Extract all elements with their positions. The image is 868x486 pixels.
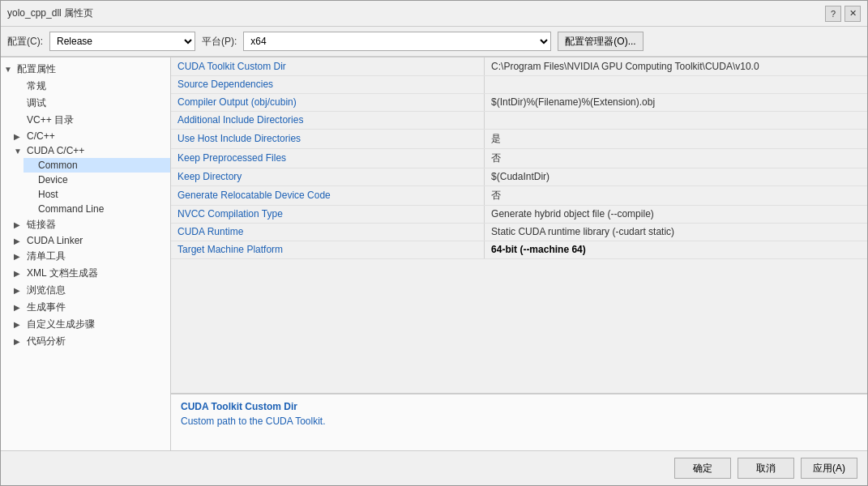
table-row[interactable]: Use Host Include Directories是 — [171, 129, 867, 148]
tree: ▼ 配置属性 常规 调试 — [1, 61, 170, 350]
tree-item-command-line: Command Line — [24, 202, 170, 216]
description-panel: CUDA Toolkit Custom Dir Custom path to t… — [171, 394, 867, 450]
table-row[interactable]: CUDA RuntimeStatic CUDA runtime library … — [171, 223, 867, 241]
tree-text-debug: 调试 — [27, 96, 46, 110]
prop-value: 否 — [485, 185, 867, 205]
desc-title: CUDA Toolkit Custom Dir — [181, 401, 857, 412]
tree-text-cuda-linker: CUDA Linker — [27, 235, 83, 246]
tree-children-cuda-cpp: Common Device — [12, 158, 170, 216]
tree-label-common[interactable]: Common — [24, 158, 170, 173]
table-row[interactable]: Target Machine Platform64-bit (--machine… — [171, 241, 867, 258]
window-title: yolo_cpp_dll 属性页 — [7, 6, 93, 20]
prop-name: CUDA Runtime — [171, 223, 485, 241]
prop-name: Keep Directory — [171, 168, 485, 185]
tree-item-clean: ▶ 清单工具 — [12, 248, 170, 265]
tree-label-command-line[interactable]: Command Line — [24, 202, 170, 216]
tree-item-device: Device — [24, 173, 170, 187]
table-row[interactable]: Keep Directory$(CudaIntDir) — [171, 168, 867, 185]
tree-item-common: Common — [24, 158, 170, 173]
table-row[interactable]: Generate Relocatable Device Code否 — [171, 185, 867, 205]
tree-children-config-props: 常规 调试 VC++ 目录 — [1, 78, 170, 350]
tree-text-xml-gen: XML 文档生成器 — [27, 266, 98, 280]
prop-name: Additional Include Directories — [171, 111, 485, 129]
tree-text-browse: 浏览信息 — [27, 284, 66, 297]
tree-text-cuda-cpp: CUDA C/C++ — [27, 145, 84, 156]
config-label: 配置(C): — [7, 35, 43, 49]
toggle-browse: ▶ — [14, 286, 25, 295]
config-manager-button[interactable]: 配置管理器(O)... — [558, 32, 643, 51]
table-row[interactable]: NVCC Compilation TypeGenerate hybrid obj… — [171, 205, 867, 223]
tree-item-c-cpp: ▶ C/C++ — [12, 129, 170, 143]
prop-name: Generate Relocatable Device Code — [171, 185, 485, 205]
config-select[interactable]: Release — [49, 32, 195, 51]
ok-button[interactable]: 确定 — [674, 458, 731, 479]
toggle-cuda-cpp: ▼ — [14, 147, 25, 156]
toolbar: 配置(C): Release 平台(P): x64 配置管理器(O)... — [1, 27, 867, 57]
tree-text-host: Host — [38, 189, 58, 200]
prop-value: 是 — [485, 129, 867, 148]
table-row[interactable]: Compiler Output (obj/cubin)$(IntDir)%(Fi… — [171, 93, 867, 111]
title-controls: ? ✕ — [825, 6, 861, 22]
tree-text-clean: 清单工具 — [27, 249, 66, 263]
toggle-c-cpp: ▶ — [14, 132, 25, 141]
tree-label-device[interactable]: Device — [24, 173, 170, 187]
tree-item-cuda-cpp: ▼ CUDA C/C++ Common — [12, 143, 170, 216]
platform-select[interactable]: x64 — [243, 32, 551, 51]
toggle-custom-build: ▶ — [14, 320, 25, 329]
tree-label-code-analysis[interactable]: ▶ 代码分析 — [12, 333, 170, 350]
prop-value — [485, 111, 867, 129]
tree-text-custom-build: 自定义生成步骤 — [27, 318, 95, 331]
tree-item-vc-dirs: VC++ 目录 — [12, 112, 170, 129]
apply-button[interactable]: 应用(A) — [801, 458, 857, 479]
toggle-linker: ▶ — [14, 220, 25, 229]
table-row[interactable]: Keep Preprocessed Files否 — [171, 148, 867, 168]
tree-label-linker[interactable]: ▶ 链接器 — [12, 216, 170, 233]
toggle-clean: ▶ — [14, 252, 25, 261]
help-button[interactable]: ? — [825, 6, 841, 22]
tree-label-vc-dirs[interactable]: VC++ 目录 — [12, 112, 170, 129]
table-row[interactable]: Additional Include Directories — [171, 111, 867, 129]
tree-label-c-cpp[interactable]: ▶ C/C++ — [12, 129, 170, 143]
table-row[interactable]: Source Dependencies — [171, 75, 867, 93]
tree-item-host: Host — [24, 187, 170, 202]
properties-grid: CUDA Toolkit Custom DirC:\Program Files\… — [171, 58, 867, 259]
desc-text: Custom path to the CUDA Toolkit. — [181, 416, 857, 427]
tree-label-general[interactable]: 常规 — [12, 78, 170, 95]
cancel-button[interactable]: 取消 — [738, 458, 794, 479]
platform-label: 平台(P): — [202, 35, 237, 49]
tree-text-common: Common — [38, 160, 78, 171]
tree-item-cuda-linker: ▶ CUDA Linker — [12, 233, 170, 248]
tree-item-browse: ▶ 浏览信息 — [12, 282, 170, 299]
tree-label-cuda-cpp[interactable]: ▼ CUDA C/C++ — [12, 143, 170, 158]
tree-label-debug[interactable]: 调试 — [12, 95, 170, 112]
tree-item-debug: 调试 — [12, 95, 170, 112]
tree-text-command-line: Command Line — [38, 203, 104, 215]
prop-name: Use Host Include Directories — [171, 129, 485, 148]
tree-label-custom-build[interactable]: ▶ 自定义生成步骤 — [12, 316, 170, 333]
close-button[interactable]: ✕ — [844, 6, 861, 22]
tree-label-host[interactable]: Host — [24, 187, 170, 202]
tree-label-build-events[interactable]: ▶ 生成事件 — [12, 299, 170, 316]
main-content: ▼ 配置属性 常规 调试 — [1, 57, 867, 450]
content-panel: CUDA Toolkit Custom DirC:\Program Files\… — [171, 58, 867, 450]
tree-label-browse[interactable]: ▶ 浏览信息 — [12, 282, 170, 299]
sidebar: ▼ 配置属性 常规 调试 — [1, 58, 171, 450]
prop-value: 64-bit (--machine 64) — [485, 241, 867, 258]
tree-label-xml-gen[interactable]: ▶ XML 文档生成器 — [12, 265, 170, 282]
tree-text-linker: 链接器 — [27, 218, 56, 232]
title-bar: yolo_cpp_dll 属性页 ? ✕ — [1, 1, 867, 27]
property-table: CUDA Toolkit Custom DirC:\Program Files\… — [171, 58, 867, 394]
properties-body: CUDA Toolkit Custom DirC:\Program Files\… — [171, 58, 867, 258]
tree-label-clean[interactable]: ▶ 清单工具 — [12, 248, 170, 265]
tree-item-code-analysis: ▶ 代码分析 — [12, 333, 170, 350]
table-row[interactable]: CUDA Toolkit Custom DirC:\Program Files\… — [171, 58, 867, 75]
tree-text-general: 常规 — [27, 79, 46, 93]
tree-label-cuda-linker[interactable]: ▶ CUDA Linker — [12, 233, 170, 248]
prop-name: Target Machine Platform — [171, 241, 485, 258]
prop-value: Static CUDA runtime library (-cudart sta… — [485, 223, 867, 241]
tree-text-config-props: 配置属性 — [17, 62, 56, 76]
tree-item-build-events: ▶ 生成事件 — [12, 299, 170, 316]
main-window: yolo_cpp_dll 属性页 ? ✕ 配置(C): Release 平台(P… — [0, 0, 868, 486]
tree-label-config-props[interactable]: ▼ 配置属性 — [1, 61, 170, 78]
prop-value: Generate hybrid object file (--compile) — [485, 205, 867, 223]
